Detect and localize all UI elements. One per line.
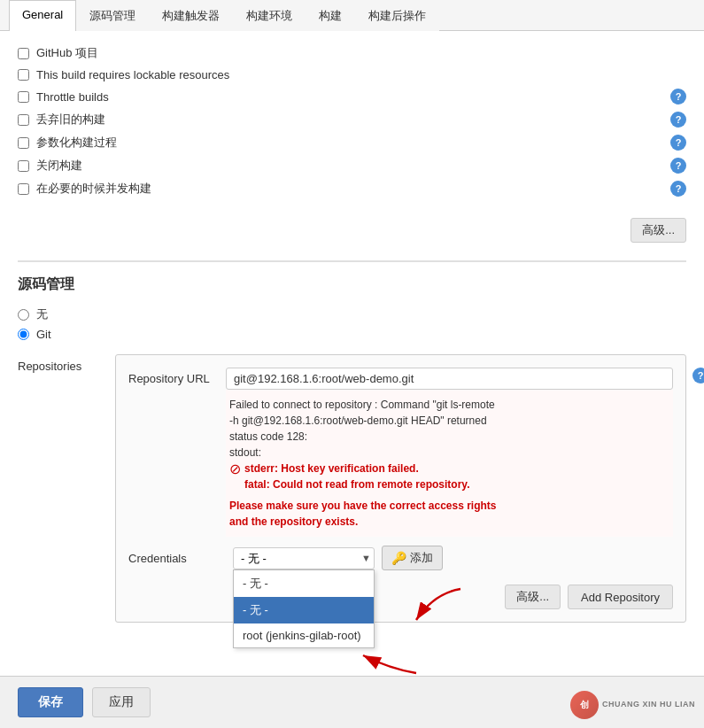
label-lockable: This build requires lockable resources <box>36 68 686 81</box>
tab-general[interactable]: General <box>9 0 76 31</box>
section-divider <box>18 260 686 262</box>
help-icon-disable[interactable]: ? <box>670 158 686 174</box>
add-repository-button[interactable]: Add Repository <box>568 585 673 609</box>
credentials-label: Credentials <box>128 552 226 565</box>
key-icon: 🔑 <box>391 551 406 565</box>
radio-git[interactable] <box>18 329 29 340</box>
error-line-9: and the repository exists. <box>229 514 669 530</box>
credentials-select[interactable]: - 无 - <box>233 547 375 569</box>
dropdown-item-none2[interactable]: - 无 - <box>234 597 374 623</box>
tab-bar: General 源码管理 构建触发器 构建环境 构建 构建后操作 <box>0 0 704 31</box>
checkbox-throttle[interactable] <box>18 91 29 103</box>
radio-row-none: 无 <box>18 306 686 322</box>
help-icon-throttle[interactable]: ? <box>670 89 686 105</box>
checkbox-row-github: GitHub 项目 <box>18 42 686 65</box>
error-box: Failed to connect to repository : Comman… <box>226 390 673 537</box>
save-button[interactable]: 保存 <box>18 687 83 717</box>
scm-title: 源码管理 <box>18 275 686 294</box>
tab-post-build[interactable]: 构建后操作 <box>355 0 439 31</box>
error-line-6: fatal: Could not read from remote reposi… <box>244 476 469 492</box>
radio-none[interactable] <box>18 309 29 321</box>
watermark: 创 CHUANG XIN HU LIAN <box>570 691 695 719</box>
repo-url-input[interactable] <box>226 368 673 390</box>
label-radio-none: 无 <box>36 306 48 322</box>
help-icon-repo[interactable]: ? <box>692 368 704 383</box>
label-disable: 关闭构建 <box>36 158 670 174</box>
dropdown-item-none1[interactable]: - 无 - <box>234 570 374 597</box>
checkbox-discard[interactable] <box>18 114 29 126</box>
error-icon-row: ⊘ stderr: Host key verification failed. … <box>229 461 669 492</box>
label-radio-git: Git <box>36 328 51 341</box>
checkbox-concurrent[interactable] <box>18 183 29 195</box>
error-line-4: stdout: <box>229 445 669 461</box>
radio-row-git: Git <box>18 328 686 341</box>
error-bold-section: stderr: Host key verification failed. fa… <box>244 461 469 492</box>
repositories-section: Repositories ? Repository URL Failed to … <box>18 354 686 623</box>
label-params: 参数化构建过程 <box>36 135 670 151</box>
radio-group: 无 Git <box>18 306 686 341</box>
label-concurrent: 在必要的时候并发构建 <box>36 181 670 197</box>
tab-scm[interactable]: 源码管理 <box>76 0 149 31</box>
repo-url-row: Repository URL Failed to connect to repo… <box>128 368 673 537</box>
help-icon-concurrent[interactable]: ? <box>670 181 686 197</box>
help-icon-params[interactable]: ? <box>670 135 686 151</box>
advanced-button[interactable]: 高级... <box>631 218 686 243</box>
advanced-repo-button[interactable]: 高级... <box>505 585 561 609</box>
add-button[interactable]: 🔑 添加 <box>382 546 443 570</box>
checkbox-row-disable: 关闭构建 ? <box>18 154 686 177</box>
add-button-label: 添加 <box>410 550 433 566</box>
repo-url-label: Repository URL <box>128 368 226 385</box>
error-line-5: stderr: Host key verification failed. <box>244 461 469 476</box>
apply-button[interactable]: 应用 <box>92 687 151 717</box>
checkbox-row-discard: 丢弃旧的构建 ? <box>18 108 686 131</box>
repo-content-col: ? Repository URL Failed to connect to re… <box>115 354 686 623</box>
error-line-3: status code 128: <box>229 429 669 445</box>
checkbox-params[interactable] <box>18 137 29 149</box>
advanced-row: 高级... <box>18 209 686 256</box>
checkbox-section: GitHub 项目 This build requires lockable r… <box>18 42 686 200</box>
checkbox-disable[interactable] <box>18 160 29 172</box>
error-line-8: Please make sure you have the correct ac… <box>229 498 669 514</box>
checkbox-lockable[interactable] <box>18 69 29 81</box>
credentials-select-wrap: - 无 - ▼ - 无 - - 无 - root (jenkins-gilab-… <box>233 547 375 569</box>
checkbox-row-concurrent: 在必要的时候并发构建 ? <box>18 177 686 200</box>
credentials-dropdown: - 无 - - 无 - root (jenkins-gilab-root) <box>233 569 375 648</box>
error-line-2: -h git@192.168.1.6:root/web-demo.git HEA… <box>229 413 669 429</box>
error-access-block: Please make sure you have the correct ac… <box>229 498 669 530</box>
checkbox-row-params: 参数化构建过程 ? <box>18 131 686 154</box>
tab-build-trigger[interactable]: 构建触发器 <box>149 0 233 31</box>
tab-build[interactable]: 构建 <box>306 0 355 31</box>
main-container: General 源码管理 构建触发器 构建环境 构建 构建后操作 GitHub … <box>0 0 704 728</box>
help-icon-discard[interactable]: ? <box>670 112 686 128</box>
watermark-text: CHUANG XIN HU LIAN <box>602 700 695 710</box>
dropdown-item-root[interactable]: root (jenkins-gilab-root) <box>234 623 374 647</box>
checkbox-row-lockable: This build requires lockable resources <box>18 65 686 85</box>
repo-url-input-wrap: Failed to connect to repository : Comman… <box>226 368 673 537</box>
label-throttle: Throttle builds <box>36 90 670 104</box>
watermark-icon: 创 <box>570 691 599 719</box>
label-discard: 丢弃旧的构建 <box>36 112 670 128</box>
checkbox-row-throttle: Throttle builds ? <box>18 85 686 108</box>
stop-icon: ⊘ <box>229 461 241 477</box>
checkbox-github[interactable] <box>18 48 29 59</box>
credentials-row: Credentials - 无 - ▼ - 无 - - 无 - root (je… <box>128 546 673 570</box>
tab-build-env[interactable]: 构建环境 <box>233 0 306 31</box>
error-line-1: Failed to connect to repository : Comman… <box>229 397 669 413</box>
repositories-label: Repositories <box>18 354 115 623</box>
content-area: GitHub 项目 This build requires lockable r… <box>0 31 704 633</box>
label-github: GitHub 项目 <box>36 45 686 61</box>
repo-bottom-row: 高级... Add Repository <box>128 585 673 609</box>
